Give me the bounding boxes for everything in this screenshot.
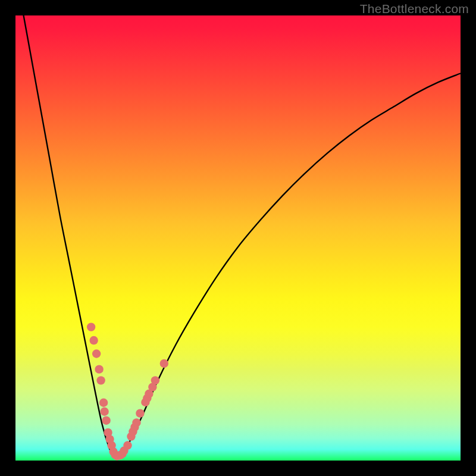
data-point xyxy=(87,322,95,331)
data-point xyxy=(92,349,101,358)
plot-area xyxy=(15,15,461,461)
data-point xyxy=(160,359,168,368)
data-point xyxy=(96,376,105,384)
data-point xyxy=(100,408,108,416)
chart-svg xyxy=(15,15,461,461)
data-point xyxy=(132,418,140,427)
highlighted-points xyxy=(87,322,168,460)
data-point xyxy=(151,376,159,384)
data-point xyxy=(102,416,110,424)
watermark-text: TheBottleneck.com xyxy=(360,2,469,16)
data-point xyxy=(123,441,131,449)
data-point xyxy=(136,409,144,418)
bottleneck-curve xyxy=(15,0,461,458)
chart-frame: TheBottleneck.com xyxy=(0,0,476,476)
data-point xyxy=(99,399,108,407)
data-point xyxy=(89,336,98,345)
data-point xyxy=(95,365,103,373)
